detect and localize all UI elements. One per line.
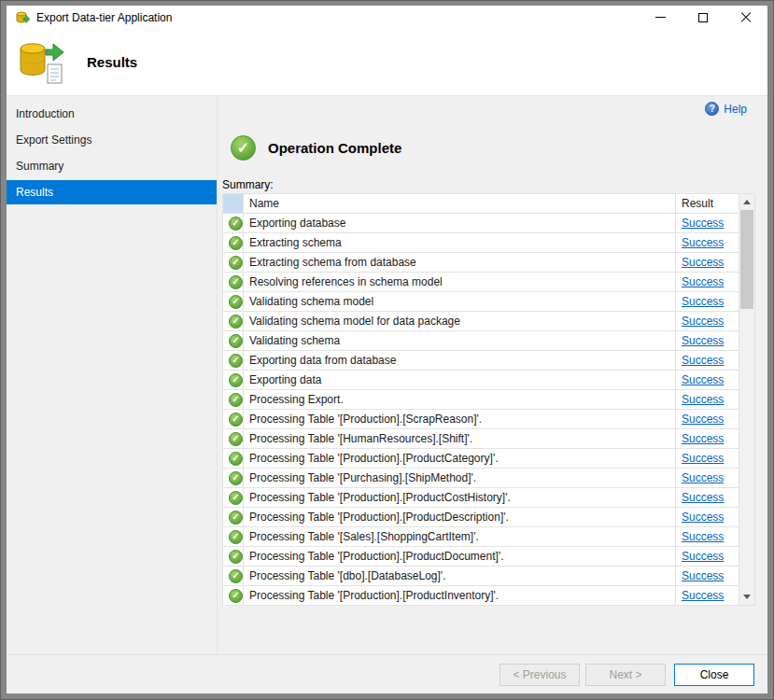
row-status-cell bbox=[223, 233, 244, 253]
column-header-name[interactable]: Name bbox=[244, 194, 676, 214]
close-window-button[interactable] bbox=[725, 6, 767, 29]
success-link[interactable]: Success bbox=[682, 432, 724, 445]
row-name: Processing Table '[HumanResources].[Shif… bbox=[244, 429, 676, 449]
success-link[interactable]: Success bbox=[682, 256, 724, 269]
row-result-cell: Success bbox=[676, 508, 739, 527]
wizard-header: Results bbox=[7, 29, 767, 96]
status-title: Operation Complete bbox=[268, 140, 401, 156]
table-row[interactable]: Processing Table '[Production].[ProductD… bbox=[223, 508, 739, 527]
window-title: Export Data-tier Application bbox=[36, 11, 172, 24]
success-link[interactable]: Success bbox=[682, 315, 724, 328]
row-result-cell: Success bbox=[676, 214, 739, 233]
table-row[interactable]: Processing Table '[HumanResources].[Shif… bbox=[223, 429, 739, 449]
success-link[interactable]: Success bbox=[682, 295, 724, 308]
success-link[interactable]: Success bbox=[682, 530, 724, 543]
success-check-icon bbox=[229, 393, 243, 407]
table-row[interactable]: Processing Table '[Production].[ProductD… bbox=[223, 547, 739, 567]
success-link[interactable]: Success bbox=[682, 452, 724, 465]
column-header-result[interactable]: Result bbox=[676, 194, 739, 214]
success-link[interactable]: Success bbox=[682, 413, 724, 426]
table-row[interactable]: Extracting schemaSuccess bbox=[223, 233, 739, 253]
status-row: Operation Complete bbox=[231, 135, 401, 161]
success-link[interactable]: Success bbox=[682, 393, 724, 406]
row-status-cell bbox=[223, 253, 244, 273]
table-row[interactable]: Processing Table '[Production].[ScrapRea… bbox=[223, 410, 739, 429]
row-status-cell bbox=[223, 469, 244, 488]
select-all-header-cell[interactable] bbox=[223, 194, 244, 214]
success-link[interactable]: Success bbox=[682, 550, 724, 563]
sidebar-item-export-settings[interactable]: Export Settings bbox=[7, 128, 217, 152]
table-row[interactable]: Processing Table '[Production].[ProductC… bbox=[223, 449, 739, 469]
table-row[interactable]: Validating schema modelSuccess bbox=[223, 292, 739, 312]
row-status-cell bbox=[223, 390, 244, 410]
maximize-button[interactable] bbox=[682, 6, 725, 29]
success-link[interactable]: Success bbox=[682, 511, 724, 524]
row-status-cell bbox=[223, 273, 244, 292]
row-result-cell: Success bbox=[676, 273, 739, 292]
row-result-cell: Success bbox=[676, 527, 739, 547]
row-name: Exporting data from database bbox=[244, 351, 676, 371]
export-dac-dialog: Export Data-tier Application bbox=[7, 6, 767, 693]
row-result-cell: Success bbox=[676, 449, 739, 469]
scrollbar-thumb[interactable] bbox=[740, 210, 753, 309]
row-result-cell: Success bbox=[676, 469, 739, 488]
success-link[interactable]: Success bbox=[682, 491, 724, 504]
table-row[interactable]: Exporting databaseSuccess bbox=[223, 214, 739, 233]
row-status-cell bbox=[223, 292, 244, 312]
vertical-scrollbar[interactable] bbox=[739, 193, 755, 606]
success-check-icon bbox=[229, 413, 243, 427]
table-row[interactable]: Validating schema model for data package… bbox=[223, 312, 739, 331]
success-link[interactable]: Success bbox=[682, 589, 724, 602]
table-row[interactable]: Resolving references in schema modelSucc… bbox=[223, 273, 739, 292]
table-row[interactable]: Exporting dataSuccess bbox=[223, 371, 739, 390]
success-check-icon bbox=[229, 373, 243, 387]
table-row[interactable]: Processing Table '[Production].[ProductI… bbox=[223, 586, 739, 606]
sidebar: IntroductionExport SettingsSummaryResult… bbox=[7, 96, 218, 654]
scrollbar-up-button[interactable] bbox=[739, 194, 754, 210]
scrollbar-track[interactable] bbox=[739, 210, 754, 589]
success-link[interactable]: Success bbox=[682, 569, 724, 582]
success-link[interactable]: Success bbox=[682, 275, 724, 288]
table-row[interactable]: Exporting data from databaseSuccess bbox=[223, 351, 739, 371]
row-name: Processing Table '[Production].[ProductI… bbox=[244, 586, 676, 606]
results-table-area: Name Result Exporting databaseSuccessExt… bbox=[222, 193, 755, 606]
success-check-icon bbox=[229, 432, 243, 446]
close-button[interactable]: Close bbox=[674, 664, 754, 686]
table-row[interactable]: Validating schemaSuccess bbox=[223, 331, 739, 351]
sidebar-item-summary[interactable]: Summary bbox=[7, 154, 217, 178]
table-row[interactable]: Processing Table '[Sales].[ShoppingCartI… bbox=[223, 527, 739, 547]
sidebar-item-introduction[interactable]: Introduction bbox=[7, 102, 217, 126]
help-link[interactable]: Help bbox=[705, 102, 747, 116]
sidebar-item-results[interactable]: Results bbox=[7, 180, 217, 204]
minimize-button[interactable] bbox=[639, 6, 682, 29]
success-link[interactable]: Success bbox=[682, 373, 724, 386]
row-status-cell bbox=[223, 371, 244, 390]
success-check-icon bbox=[229, 589, 243, 603]
success-check-icon bbox=[229, 236, 243, 250]
row-status-cell bbox=[223, 567, 244, 586]
footer: < Previous Next > Close bbox=[7, 654, 767, 693]
success-link[interactable]: Success bbox=[682, 471, 724, 484]
table-row[interactable]: Processing Table '[dbo].[DatabaseLog]'.S… bbox=[223, 567, 739, 586]
close-icon bbox=[739, 11, 753, 24]
success-link[interactable]: Success bbox=[682, 217, 724, 230]
success-check-icon bbox=[229, 295, 243, 309]
results-table-body: Exporting databaseSuccessExtracting sche… bbox=[223, 214, 739, 606]
success-check-icon bbox=[229, 511, 243, 525]
success-link[interactable]: Success bbox=[682, 334, 724, 347]
row-name: Exporting data bbox=[244, 371, 676, 390]
scrollbar-down-button[interactable] bbox=[739, 589, 754, 605]
success-link[interactable]: Success bbox=[682, 354, 724, 367]
results-table: Name Result Exporting databaseSuccessExt… bbox=[222, 193, 739, 606]
next-button[interactable]: Next > bbox=[585, 664, 666, 686]
row-result-cell: Success bbox=[676, 312, 739, 331]
success-link[interactable]: Success bbox=[682, 236, 724, 249]
table-row[interactable]: Processing Export.Success bbox=[223, 390, 739, 410]
page-title: Results bbox=[87, 54, 137, 70]
row-status-cell bbox=[223, 312, 244, 331]
table-row[interactable]: Processing Table '[Production].[ProductC… bbox=[223, 488, 739, 508]
previous-button[interactable]: < Previous bbox=[500, 664, 580, 686]
row-result-cell: Success bbox=[676, 253, 739, 273]
table-row[interactable]: Processing Table '[Purchasing].[ShipMeth… bbox=[223, 469, 739, 488]
table-row[interactable]: Extracting schema from databaseSuccess bbox=[223, 253, 739, 273]
